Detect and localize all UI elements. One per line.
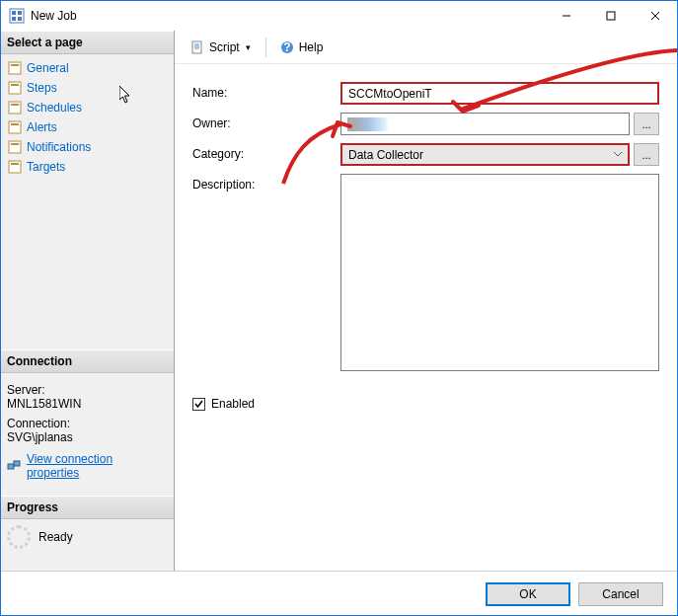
help-label: Help <box>299 40 324 54</box>
sidebar-item-label: Alerts <box>27 120 57 134</box>
script-icon <box>189 39 205 55</box>
chevron-down-icon: ▾ <box>244 42 253 52</box>
svg-rect-13 <box>9 102 21 114</box>
svg-rect-6 <box>607 12 615 20</box>
redacted-owner <box>347 117 416 131</box>
svg-rect-15 <box>9 121 21 133</box>
main-panel: Script ▾ ? Help Name: Owner: ... <box>175 31 677 571</box>
svg-rect-23 <box>192 41 201 53</box>
svg-rect-2 <box>18 11 22 15</box>
help-button[interactable]: ? Help <box>272 36 331 59</box>
server-value: MNL1581WIN <box>7 397 168 411</box>
progress-spinner-icon <box>7 525 31 549</box>
script-button[interactable]: Script ▾ <box>183 36 260 59</box>
connection-header: Connection <box>1 349 174 373</box>
name-input[interactable] <box>340 82 659 105</box>
svg-rect-17 <box>9 141 21 153</box>
page-icon <box>7 159 23 175</box>
svg-rect-9 <box>9 62 21 74</box>
name-label: Name: <box>192 82 340 100</box>
svg-rect-11 <box>9 82 21 94</box>
sidebar-item-targets[interactable]: Targets <box>1 157 174 177</box>
svg-rect-19 <box>9 161 21 173</box>
close-button[interactable] <box>633 1 677 31</box>
form: Name: Owner: ... Category: Data Collecto… <box>175 64 677 379</box>
owner-label: Owner: <box>192 113 340 130</box>
minimize-button[interactable] <box>544 1 588 31</box>
svg-rect-1 <box>12 11 16 15</box>
svg-rect-12 <box>11 84 19 86</box>
svg-rect-10 <box>11 64 19 66</box>
help-icon: ? <box>279 39 295 55</box>
sidebar-item-label: Steps <box>27 81 57 95</box>
page-icon <box>7 60 23 76</box>
owner-browse-button[interactable]: ... <box>634 113 659 135</box>
progress-header: Progress <box>1 496 174 519</box>
enabled-checkbox[interactable] <box>192 398 205 411</box>
sidebar-item-schedules[interactable]: Schedules <box>1 98 174 117</box>
window-title: New Job <box>31 9 544 23</box>
svg-text:?: ? <box>283 40 290 54</box>
svg-rect-3 <box>12 17 16 21</box>
select-page-header: Select a page <box>1 31 174 54</box>
sidebar-item-label: Targets <box>27 160 65 174</box>
category-label: Category: <box>192 143 340 161</box>
svg-rect-20 <box>11 163 19 165</box>
svg-rect-4 <box>18 17 22 21</box>
toolbar: Script ▾ ? Help <box>175 31 677 64</box>
cancel-button[interactable]: Cancel <box>578 582 663 606</box>
svg-rect-22 <box>14 461 20 466</box>
sidebar: Select a page General Steps Schedules Al… <box>1 31 175 571</box>
connection-label: Connection: <box>7 417 168 430</box>
page-icon <box>7 80 23 96</box>
svg-rect-18 <box>11 143 19 145</box>
maximize-button[interactable] <box>588 1 633 31</box>
description-label: Description: <box>192 174 340 192</box>
app-icon <box>9 8 25 24</box>
connection-info: Server: MNL1581WIN Connection: SVG\jplan… <box>1 373 174 484</box>
chevron-down-icon <box>608 145 628 164</box>
sidebar-item-general[interactable]: General <box>1 58 174 78</box>
category-browse-button[interactable]: ... <box>634 143 659 166</box>
sidebar-item-label: Schedules <box>27 101 82 115</box>
sidebar-item-alerts[interactable]: Alerts <box>1 117 174 137</box>
description-textarea[interactable] <box>340 174 659 371</box>
sidebar-item-label: General <box>27 61 69 75</box>
view-connection-label: View connection properties <box>27 452 168 480</box>
page-icon <box>7 139 23 155</box>
sidebar-item-steps[interactable]: Steps <box>1 78 174 98</box>
progress-status-row: Ready <box>1 519 174 555</box>
server-label: Server: <box>7 383 168 397</box>
check-icon <box>193 399 204 410</box>
category-value: Data Collector <box>348 148 423 162</box>
page-icon <box>7 119 23 135</box>
connection-icon <box>7 458 23 474</box>
ok-button[interactable]: OK <box>486 582 570 606</box>
progress-status: Ready <box>38 530 73 544</box>
sidebar-item-notifications[interactable]: Notifications <box>1 137 174 157</box>
svg-rect-14 <box>11 104 19 106</box>
view-connection-link[interactable]: View connection properties <box>7 452 168 480</box>
script-label: Script <box>209 40 240 54</box>
svg-rect-16 <box>11 123 19 125</box>
page-icon <box>7 100 23 116</box>
svg-rect-21 <box>8 464 14 469</box>
toolbar-separator <box>265 38 266 57</box>
connection-value: SVG\jplanas <box>7 430 168 444</box>
titlebar: New Job <box>1 1 677 31</box>
enabled-label: Enabled <box>211 397 255 411</box>
owner-input[interactable] <box>340 113 630 135</box>
sidebar-item-label: Notifications <box>27 140 91 154</box>
page-list: General Steps Schedules Alerts Notificat… <box>1 54 174 181</box>
footer: OK Cancel <box>1 571 677 616</box>
category-combo[interactable]: Data Collector <box>340 143 630 166</box>
